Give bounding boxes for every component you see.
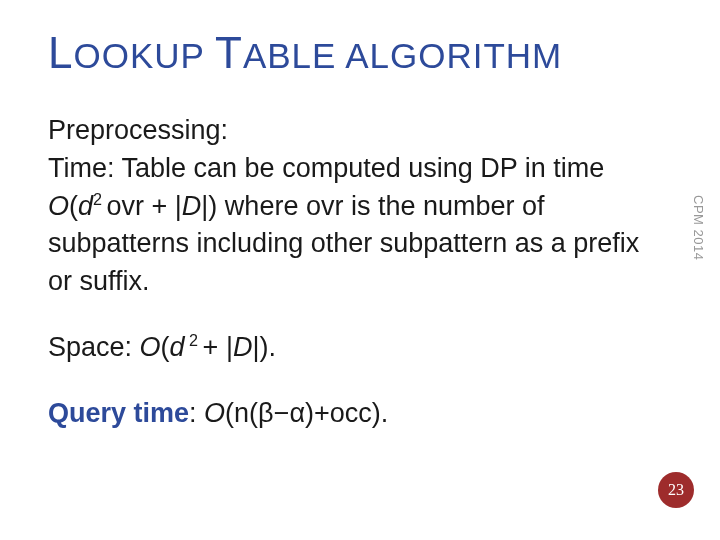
paragraph-space: Space: O(d 2 + |D|).	[48, 329, 648, 367]
space-sup: 2	[185, 331, 203, 349]
time-D: D	[182, 191, 202, 221]
query-rest: )+occ).	[305, 398, 388, 428]
paragraph-preprocessing: Preprocessing: Time: Table can be comput…	[48, 112, 648, 301]
title-cap-2: T	[215, 28, 243, 77]
query-paren: (n(	[225, 398, 258, 428]
space-mid: + |	[203, 332, 233, 362]
query-minus: −	[274, 398, 290, 428]
preprocessing-label: Preprocessing:	[48, 115, 228, 145]
space-d: d	[170, 332, 185, 362]
page-number-badge: 23	[658, 472, 694, 508]
query-alpha: α	[289, 398, 305, 428]
query-beta: β	[258, 398, 274, 428]
time-text-a: Time: Table can be computed using DP in …	[48, 153, 604, 183]
query-O: O	[204, 398, 225, 428]
time-O: O	[48, 191, 69, 221]
space-a: Space:	[48, 332, 140, 362]
title-word-3: ALGORITHM	[345, 36, 562, 75]
slide: LOOKUP TABLE ALGORITHM Preprocessing: Ti…	[0, 0, 720, 540]
side-label: CPM 2014	[691, 195, 706, 260]
slide-title: LOOKUP TABLE ALGORITHM	[48, 28, 662, 78]
space-paren1: (	[161, 332, 170, 362]
page-number: 23	[668, 481, 684, 499]
query-colon: :	[189, 398, 204, 428]
time-paren1: (	[69, 191, 78, 221]
space-O: O	[140, 332, 161, 362]
title-rest-1: OOKUP	[73, 36, 204, 75]
query-time-label: Query time	[48, 398, 189, 428]
space-D: D	[233, 332, 253, 362]
title-rest-2: ABLE	[243, 36, 337, 75]
title-cap-1: L	[48, 28, 73, 77]
time-mid: ovr + |	[107, 191, 182, 221]
time-d: d	[78, 191, 93, 221]
time-sup: 2	[93, 190, 107, 208]
space-b: |).	[252, 332, 276, 362]
paragraph-query-time: Query time: O(n(β−α)+occ).	[48, 395, 648, 433]
